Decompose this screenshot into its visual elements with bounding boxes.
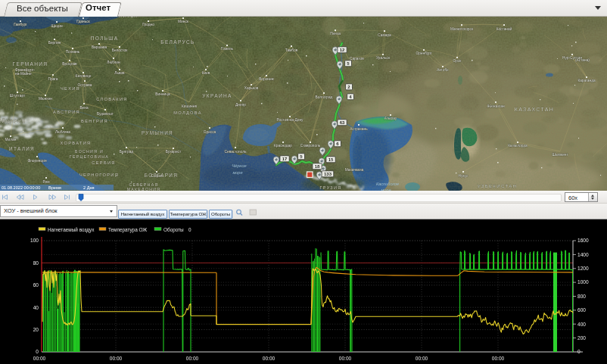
svg-text:1600: 1600: [577, 238, 589, 243]
svg-text:2 Дня: 2 Дня: [83, 185, 95, 190]
svg-text:Нагнетаемый воздух: Нагнетаемый воздух: [48, 227, 95, 233]
svg-text:00:00: 00:00: [416, 356, 428, 361]
svg-text:00:00: 00:00: [186, 356, 199, 361]
svg-text:400: 400: [577, 322, 586, 327]
svg-text:01.08.2022 00:00:00: 01.08.2022 00:00:00: [2, 185, 40, 190]
svg-text:60: 60: [33, 282, 39, 288]
svg-text:40: 40: [33, 305, 39, 310]
svg-text:00:00: 00:00: [110, 356, 123, 361]
svg-text:00:00: 00:00: [33, 356, 46, 361]
svg-text:0: 0: [188, 227, 191, 232]
svg-text:1000: 1000: [577, 279, 589, 285]
svg-text:0: 0: [577, 349, 581, 354]
svg-text:100: 100: [30, 238, 39, 243]
svg-text:20: 20: [33, 327, 39, 332]
svg-text:200: 200: [577, 335, 586, 341]
svg-text:00:00: 00:00: [492, 356, 505, 361]
svg-text:Температура ОЖ: Температура ОЖ: [108, 227, 147, 233]
svg-text:Обороты: Обороты: [163, 227, 184, 233]
svg-text:00:00: 00:00: [263, 356, 275, 361]
svg-text:0: 0: [36, 349, 39, 354]
svg-text:Время: Время: [48, 185, 61, 190]
svg-text:00:00: 00:00: [339, 356, 352, 361]
svg-text:80: 80: [33, 260, 39, 266]
svg-text:600: 600: [577, 307, 586, 313]
svg-text:1400: 1400: [577, 252, 589, 257]
svg-text:800: 800: [577, 294, 586, 299]
svg-text:1200: 1200: [577, 266, 589, 271]
